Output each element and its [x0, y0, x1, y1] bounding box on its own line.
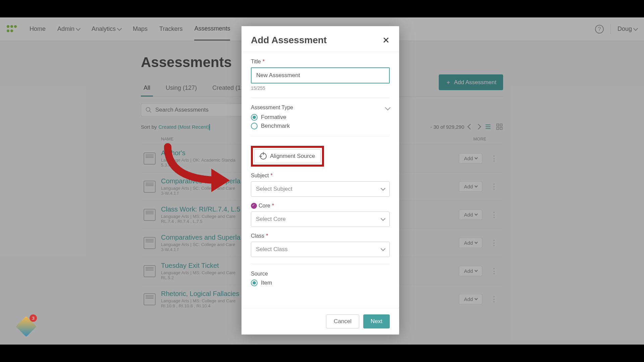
- next-button[interactable]: Next: [363, 314, 390, 328]
- radio-icon: [251, 280, 258, 286]
- type-label: Assessment Type: [251, 105, 293, 111]
- target-icon: [260, 153, 267, 160]
- radio-item[interactable]: Item: [251, 280, 390, 286]
- arrow-annotation: [158, 140, 245, 197]
- highlight-annotation: Alignment Source: [251, 146, 324, 167]
- radio-icon: [251, 114, 258, 121]
- subject-label: Subject: [251, 173, 269, 179]
- chevron-down-icon: [381, 186, 385, 191]
- chevron-down-icon[interactable]: [385, 105, 391, 111]
- cancel-button[interactable]: Cancel: [326, 314, 359, 328]
- modal-title: Add Assessment: [251, 35, 327, 46]
- source-label: Source: [251, 271, 390, 277]
- subject-select[interactable]: Select Subject: [251, 181, 390, 197]
- core-label: Core: [259, 203, 270, 209]
- alignment-source-button[interactable]: Alignment Source: [254, 149, 321, 163]
- title-input[interactable]: [251, 67, 390, 83]
- core-icon: [251, 203, 257, 209]
- class-select[interactable]: Select Class: [251, 242, 390, 257]
- radio-icon: [251, 123, 258, 129]
- radio-benchmark[interactable]: Benchmark: [251, 123, 390, 129]
- add-assessment-modal: Add Assessment ✕ Title* 15/255 Assessmen…: [241, 26, 399, 335]
- title-label: Title: [251, 59, 261, 65]
- char-count: 15/255: [251, 85, 390, 91]
- badge-count: 3: [30, 314, 37, 322]
- notification-badge[interactable]: 3: [17, 316, 36, 335]
- chevron-down-icon: [381, 246, 385, 251]
- radio-formative[interactable]: Formative: [251, 114, 390, 121]
- class-label: Class: [251, 233, 264, 239]
- close-icon[interactable]: ✕: [382, 35, 390, 46]
- chevron-down-icon: [381, 216, 385, 221]
- core-select[interactable]: Select Core: [251, 212, 390, 227]
